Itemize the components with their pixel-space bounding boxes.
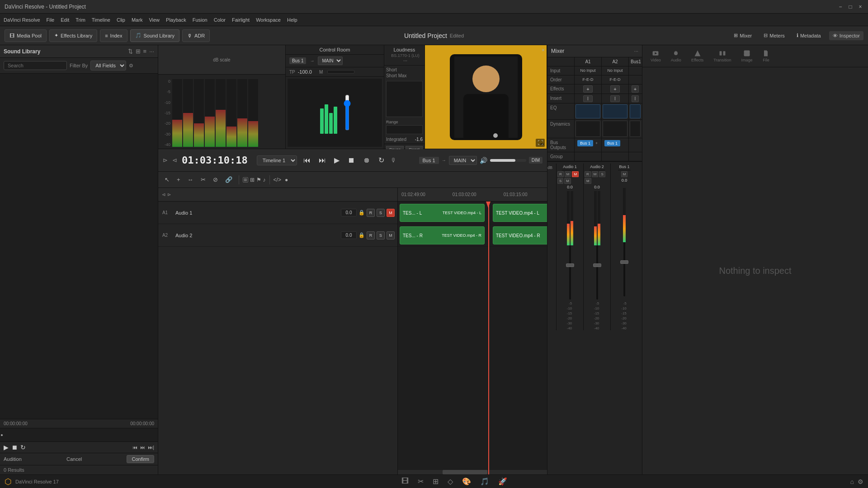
window-controls[interactable]: − □ ×	[837, 4, 863, 10]
inspector-toggle-button[interactable]: 👁 Inspector	[829, 31, 863, 40]
ch-m2-btn-a1[interactable]: M	[565, 171, 571, 177]
ch-m-btn-bus1[interactable]: M	[621, 171, 628, 177]
track-r-btn-a2[interactable]: R	[367, 231, 375, 239]
menu-edit[interactable]: Edit	[61, 17, 69, 23]
loop-button[interactable]: ↻	[20, 444, 26, 451]
status-fairlight-icon[interactable]: 🎵	[480, 477, 489, 486]
menu-help[interactable]: Help	[287, 17, 297, 23]
stop-button[interactable]: ⏹	[11, 444, 18, 451]
scrollbar-thumb[interactable]	[443, 470, 487, 474]
main-select[interactable]: MAIN	[449, 156, 477, 165]
loop-button[interactable]: ↻	[377, 154, 386, 166]
cancel-button[interactable]: Cancel	[66, 456, 82, 462]
transport-right-icon[interactable]: ⊲	[172, 157, 177, 164]
voice-icon[interactable]: 🎙	[391, 157, 396, 164]
status-edit-icon[interactable]: ⊞	[433, 477, 439, 486]
m-slider[interactable]	[327, 70, 354, 74]
input-a2[interactable]: No Input	[602, 66, 629, 75]
fader-handle-a2[interactable]	[593, 263, 601, 267]
menu-timeline[interactable]: Timeline	[92, 17, 110, 23]
magnet-icon[interactable]: ⊞	[250, 177, 255, 183]
eq-a2[interactable]	[602, 103, 629, 119]
confirm-button[interactable]: Confirm	[127, 455, 154, 463]
index-button[interactable]: ≡ Index	[100, 29, 127, 42]
fader-handle-a1[interactable]	[566, 263, 574, 267]
volume-icon[interactable]: 🔊	[480, 157, 487, 164]
status-deliver-icon[interactable]: 🚀	[498, 477, 507, 486]
bus-outputs-a2[interactable]: Bus 1	[602, 138, 629, 152]
menu-view[interactable]: View	[149, 17, 160, 23]
menu-workspace[interactable]: Workspace	[256, 17, 281, 23]
transport-left-icon[interactable]: ⊳	[163, 157, 168, 164]
volume-fader[interactable]	[344, 94, 351, 131]
ch-m2-btn-a2[interactable]: M	[592, 171, 599, 177]
play-button[interactable]: ▶	[4, 444, 9, 451]
mixer-more-icon[interactable]: ···	[634, 48, 638, 54]
effects-bus1[interactable]: +	[629, 84, 642, 94]
track-lock-a1[interactable]: 🔒	[359, 210, 365, 216]
inspector-tab-image[interactable]: Image	[736, 48, 757, 64]
ch-s-btn-a1[interactable]: S	[557, 178, 563, 184]
cut-tool[interactable]: ✂	[198, 174, 208, 185]
search-input[interactable]	[4, 61, 67, 70]
track-lock-a2[interactable]: 🔒	[359, 232, 365, 238]
clip-a1-left-1[interactable]: TES... - L TEST VIDEO.mp4 - L	[400, 204, 485, 222]
group-a2[interactable]	[602, 152, 629, 161]
preview-close-icon[interactable]: ×	[542, 47, 545, 53]
status-media-icon[interactable]: 🎞	[401, 477, 409, 486]
code-icon[interactable]: </>	[274, 177, 281, 183]
snap-button[interactable]: ⊞	[243, 177, 248, 183]
stop-button[interactable]: ⏹	[346, 155, 357, 166]
status-home-icon[interactable]: ⌂	[850, 478, 854, 485]
filter-fields-select[interactable]: All Fields	[90, 61, 126, 70]
media-pool-button[interactable]: 🎞 Media Pool	[5, 29, 47, 42]
maximize-btn[interactable]: □	[847, 4, 854, 10]
track-r-btn-a1[interactable]: R	[367, 209, 375, 217]
effects-a1[interactable]: +	[575, 84, 602, 94]
bus-add-a1[interactable]: +	[595, 141, 598, 145]
eq-a1[interactable]	[575, 103, 602, 119]
clip-a2-left-1[interactable]: TES... - R TEST VIDEO.mp4 - R	[400, 226, 485, 244]
timeline-scrollbar[interactable]	[398, 470, 547, 474]
filter-settings-icon[interactable]: ⚙	[129, 63, 133, 69]
volume-slider-track[interactable]	[490, 159, 526, 162]
ch-s-btn-a2[interactable]: S	[599, 171, 605, 177]
sound-library-button[interactable]: 🎵 Sound Library	[130, 29, 180, 42]
dot-icon[interactable]: ●	[285, 177, 288, 183]
minimize-btn[interactable]: −	[837, 4, 844, 10]
panel-sort-icon[interactable]: ⇅	[128, 48, 133, 55]
menu-mark[interactable]: Mark	[132, 17, 142, 23]
fader-track-a1[interactable]	[569, 245, 571, 300]
menu-clip[interactable]: Clip	[117, 17, 125, 23]
track-m-btn-a2[interactable]: M	[387, 231, 395, 239]
ch-m3-btn-a1[interactable]: M	[564, 178, 571, 184]
bus-selector[interactable]: Bus 1	[419, 157, 439, 164]
inspector-tab-effects[interactable]: Effects	[687, 48, 708, 64]
play-button[interactable]: ▶	[332, 154, 341, 166]
effects-a2[interactable]: +	[602, 84, 629, 94]
track-m-btn-a1[interactable]: M	[387, 209, 395, 217]
clip-a2-right-1[interactable]: TEST VIDEO.mp4 - R	[493, 226, 547, 244]
go-to-start-button[interactable]: ⏮	[302, 155, 312, 166]
menu-fairlight[interactable]: Fairlight	[232, 17, 250, 23]
select-tool[interactable]: ↔	[185, 174, 196, 185]
eq-bus1[interactable]	[629, 103, 642, 119]
inspector-tab-audio[interactable]: Audio	[666, 48, 686, 64]
adr-button[interactable]: 🎙 ADR	[182, 29, 210, 42]
fader-track-a2[interactable]	[596, 245, 598, 300]
menu-fusion[interactable]: Fusion	[193, 17, 208, 23]
ch-r-btn-a2[interactable]: R	[585, 171, 591, 177]
dynamics-a1[interactable]	[575, 120, 602, 138]
add-edit-tool[interactable]: +	[174, 174, 183, 185]
track-header-icon[interactable]: ⊲	[162, 192, 165, 197]
menu-davinci[interactable]: DaVinci Resolve	[4, 17, 40, 23]
dynamics-bus1[interactable]	[629, 120, 642, 138]
menu-playback[interactable]: Playback	[166, 17, 186, 23]
fader-handle-bus1[interactable]	[620, 260, 628, 264]
go-to-end-button[interactable]: ⏭	[317, 155, 328, 166]
dynamics-a2[interactable]	[602, 120, 629, 138]
clip-a1-right-1[interactable]: TEST VIDEO.mp4 - L	[493, 204, 547, 222]
route-select[interactable]: MAIN	[318, 56, 343, 65]
fader-track-bus1[interactable]	[623, 242, 625, 296]
ch-m3-btn-a2[interactable]: M	[585, 178, 591, 184]
